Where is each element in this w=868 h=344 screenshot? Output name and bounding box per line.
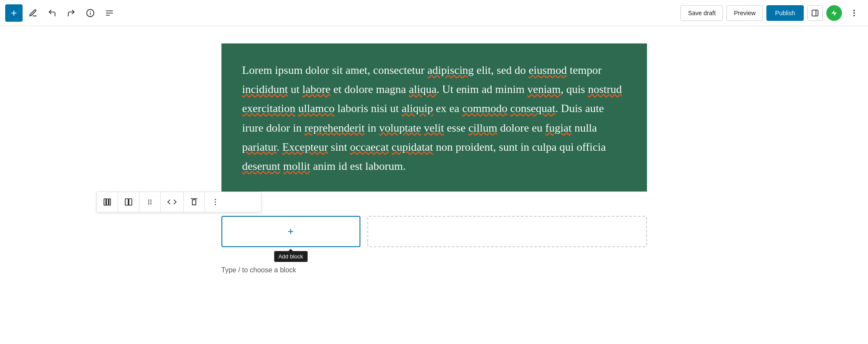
more-block-options-button[interactable]	[205, 192, 226, 212]
list-view-button[interactable]	[101, 4, 118, 22]
redo-icon	[67, 9, 76, 17]
svg-point-26	[215, 204, 216, 205]
more-vertical-icon	[211, 198, 220, 206]
svg-point-19	[150, 202, 152, 203]
columns-view-button[interactable]	[97, 192, 118, 212]
arrows-icon	[167, 198, 177, 206]
block-toolbar	[96, 192, 261, 212]
content-block[interactable]: Lorem ipsum dolor sit amet, consectetur …	[221, 43, 647, 192]
sidebar-toggle-icon	[811, 9, 819, 17]
svg-rect-23	[192, 200, 195, 205]
editor-toolbar: +	[0, 0, 868, 26]
split-icon	[124, 198, 133, 206]
pen-icon	[29, 9, 37, 17]
redo-button[interactable]	[63, 4, 80, 22]
svg-rect-6	[812, 10, 818, 16]
type-hint-text: Type / to choose a block	[221, 266, 297, 274]
svg-rect-12	[106, 199, 108, 205]
edit-mode-button[interactable]	[24, 4, 42, 22]
svg-point-10	[854, 15, 855, 16]
add-block-tooltip: Add block	[274, 251, 307, 262]
svg-rect-14	[125, 199, 128, 205]
columns-icon	[103, 198, 112, 206]
lightning-button[interactable]	[826, 5, 842, 21]
info-button[interactable]	[82, 4, 99, 22]
lightning-icon	[831, 10, 838, 17]
editor-area: Lorem ipsum dolor sit amet, consectetur …	[0, 26, 868, 291]
svg-point-18	[148, 202, 149, 203]
more-options-icon	[850, 9, 858, 17]
align-top-button[interactable]	[184, 192, 205, 212]
undo-icon	[48, 9, 56, 17]
svg-rect-11	[104, 199, 106, 205]
arrows-button[interactable]	[161, 192, 184, 212]
sidebar-toggle-button[interactable]	[807, 5, 823, 21]
svg-point-21	[150, 203, 152, 205]
empty-column[interactable]	[367, 216, 647, 247]
lorem-text: Lorem ipsum dolor sit amet, consectetur …	[242, 61, 626, 176]
svg-point-8	[854, 10, 855, 11]
two-column-area: + Add block	[221, 216, 647, 247]
add-block-button[interactable]: +	[5, 4, 23, 22]
block-toolbar-wrapper	[221, 192, 647, 212]
svg-rect-13	[109, 199, 110, 205]
toolbar-left-group: +	[5, 4, 118, 22]
svg-point-20	[148, 203, 149, 205]
drag-icon	[145, 198, 154, 206]
save-draft-button[interactable]: Save draft	[680, 5, 723, 21]
publish-button[interactable]: Publish	[766, 5, 804, 21]
svg-point-24	[215, 199, 216, 200]
drag-handle-button[interactable]	[139, 192, 161, 212]
split-view-button[interactable]	[118, 192, 139, 212]
type-hint: Type / to choose a block	[221, 266, 647, 274]
align-top-icon	[190, 198, 198, 206]
toolbar-right-group: Save draft Preview Publish	[680, 4, 863, 22]
more-options-button[interactable]	[845, 4, 863, 22]
list-icon	[105, 9, 114, 17]
add-block-column[interactable]: + Add block	[221, 216, 360, 247]
svg-point-25	[215, 202, 216, 203]
svg-point-9	[854, 13, 855, 13]
svg-point-16	[148, 200, 149, 201]
info-icon	[86, 9, 95, 17]
svg-rect-15	[129, 199, 132, 205]
undo-button[interactable]	[43, 4, 61, 22]
preview-button[interactable]: Preview	[726, 5, 763, 21]
add-block-plus-icon: +	[287, 225, 294, 238]
svg-point-17	[150, 200, 152, 201]
